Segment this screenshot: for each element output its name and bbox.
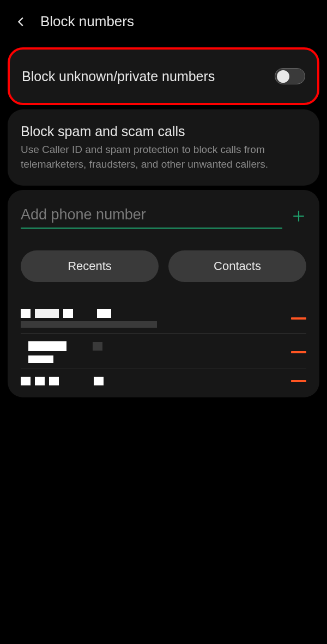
block-spam-description: Use Caller ID and spam protection to blo…	[21, 143, 306, 171]
phone-number-input[interactable]	[21, 203, 282, 229]
back-icon[interactable]	[15, 16, 27, 28]
add-icon[interactable]	[291, 208, 306, 224]
remove-icon[interactable]	[291, 317, 306, 320]
block-unknown-label: Block unknown/private numbers	[22, 69, 215, 84]
recents-button[interactable]: Recents	[21, 250, 159, 282]
add-number-card: Recents Contacts	[8, 190, 319, 397]
header: Block numbers	[0, 0, 327, 43]
list-item-content	[21, 341, 102, 363]
block-unknown-card[interactable]: Block unknown/private numbers	[8, 47, 319, 105]
list-item-content	[21, 377, 104, 385]
page-title: Block numbers	[40, 13, 134, 30]
list-item	[21, 334, 306, 369]
block-spam-card[interactable]: Block spam and scam calls Use Caller ID …	[8, 109, 319, 186]
list-item	[21, 302, 306, 334]
blocked-list	[21, 302, 306, 391]
contacts-button[interactable]: Contacts	[168, 250, 306, 282]
remove-icon[interactable]	[291, 380, 306, 382]
block-spam-title: Block spam and scam calls	[21, 124, 306, 139]
remove-icon[interactable]	[291, 351, 306, 353]
toggle-knob	[277, 70, 289, 83]
list-item-content	[21, 309, 157, 328]
list-item	[21, 369, 306, 391]
block-unknown-toggle[interactable]	[275, 68, 305, 84]
